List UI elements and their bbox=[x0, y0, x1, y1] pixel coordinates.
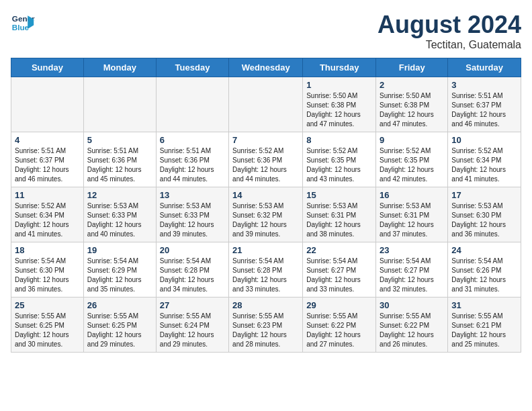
day-number: 24 bbox=[451, 245, 517, 255]
week-row-4: 18Sunrise: 5:54 AM Sunset: 6:30 PM Dayli… bbox=[11, 242, 521, 298]
logo-icon: General Blue bbox=[11, 11, 35, 35]
calendar-table: SundayMondayTuesdayWednesdayThursdayFrid… bbox=[11, 58, 521, 353]
day-number: 10 bbox=[451, 135, 517, 145]
day-info: Sunrise: 5:50 AM Sunset: 6:38 PM Dayligh… bbox=[306, 91, 372, 129]
header-cell-friday: Friday bbox=[376, 58, 448, 77]
day-number: 30 bbox=[380, 300, 444, 310]
week-row-2: 4Sunrise: 5:51 AM Sunset: 6:37 PM Daylig… bbox=[11, 132, 521, 187]
calendar-cell: 16Sunrise: 5:53 AM Sunset: 6:31 PM Dayli… bbox=[376, 187, 448, 242]
header-cell-tuesday: Tuesday bbox=[156, 58, 228, 77]
day-info: Sunrise: 5:51 AM Sunset: 6:36 PM Dayligh… bbox=[87, 146, 152, 184]
main-title: August 2024 bbox=[378, 11, 521, 39]
header-cell-monday: Monday bbox=[83, 58, 156, 77]
day-number: 1 bbox=[306, 80, 372, 90]
day-number: 7 bbox=[232, 135, 299, 145]
logo: General Blue bbox=[11, 11, 35, 35]
day-number: 16 bbox=[380, 190, 444, 200]
day-info: Sunrise: 5:52 AM Sunset: 6:36 PM Dayligh… bbox=[232, 146, 299, 184]
calendar-cell bbox=[156, 77, 228, 132]
calendar-cell: 17Sunrise: 5:53 AM Sunset: 6:30 PM Dayli… bbox=[448, 187, 521, 242]
day-number: 20 bbox=[160, 245, 225, 255]
calendar-cell bbox=[83, 77, 156, 132]
calendar-cell: 30Sunrise: 5:55 AM Sunset: 6:22 PM Dayli… bbox=[376, 298, 448, 353]
day-info: Sunrise: 5:53 AM Sunset: 6:33 PM Dayligh… bbox=[160, 201, 225, 239]
calendar-cell bbox=[229, 77, 303, 132]
title-area: August 2024 Tectitan, Guatemala bbox=[378, 11, 521, 51]
day-info: Sunrise: 5:50 AM Sunset: 6:38 PM Dayligh… bbox=[380, 91, 444, 129]
day-info: Sunrise: 5:53 AM Sunset: 6:31 PM Dayligh… bbox=[380, 201, 444, 239]
calendar-cell: 23Sunrise: 5:54 AM Sunset: 6:27 PM Dayli… bbox=[376, 242, 448, 298]
day-info: Sunrise: 5:55 AM Sunset: 6:25 PM Dayligh… bbox=[15, 312, 80, 349]
calendar-cell: 1Sunrise: 5:50 AM Sunset: 6:38 PM Daylig… bbox=[303, 77, 376, 132]
calendar-cell: 8Sunrise: 5:52 AM Sunset: 6:35 PM Daylig… bbox=[303, 132, 376, 187]
day-info: Sunrise: 5:55 AM Sunset: 6:22 PM Dayligh… bbox=[380, 312, 444, 349]
header: General Blue August 2024 Tectitan, Guate… bbox=[11, 11, 521, 51]
calendar-cell: 22Sunrise: 5:54 AM Sunset: 6:27 PM Dayli… bbox=[303, 242, 376, 298]
calendar-cell: 4Sunrise: 5:51 AM Sunset: 6:37 PM Daylig… bbox=[11, 132, 84, 187]
day-number: 14 bbox=[232, 190, 299, 200]
calendar-cell: 29Sunrise: 5:55 AM Sunset: 6:22 PM Dayli… bbox=[303, 298, 376, 353]
day-info: Sunrise: 5:55 AM Sunset: 6:22 PM Dayligh… bbox=[306, 312, 372, 349]
day-number: 4 bbox=[15, 135, 80, 145]
day-number: 21 bbox=[232, 245, 299, 255]
day-info: Sunrise: 5:51 AM Sunset: 6:37 PM Dayligh… bbox=[15, 146, 80, 184]
day-number: 8 bbox=[306, 135, 372, 145]
day-number: 11 bbox=[15, 190, 80, 200]
day-info: Sunrise: 5:54 AM Sunset: 6:27 PM Dayligh… bbox=[306, 257, 372, 294]
calendar-body: 1Sunrise: 5:50 AM Sunset: 6:38 PM Daylig… bbox=[11, 77, 521, 353]
day-number: 13 bbox=[160, 190, 225, 200]
header-row: SundayMondayTuesdayWednesdayThursdayFrid… bbox=[11, 58, 521, 77]
day-info: Sunrise: 5:52 AM Sunset: 6:34 PM Dayligh… bbox=[451, 146, 517, 184]
day-number: 23 bbox=[380, 245, 444, 255]
calendar-cell: 26Sunrise: 5:55 AM Sunset: 6:25 PM Dayli… bbox=[83, 298, 156, 353]
calendar-cell: 7Sunrise: 5:52 AM Sunset: 6:36 PM Daylig… bbox=[229, 132, 303, 187]
calendar-cell: 19Sunrise: 5:54 AM Sunset: 6:29 PM Dayli… bbox=[83, 242, 156, 298]
calendar-cell: 6Sunrise: 5:51 AM Sunset: 6:36 PM Daylig… bbox=[156, 132, 228, 187]
day-number: 26 bbox=[87, 300, 152, 310]
day-number: 25 bbox=[15, 300, 80, 310]
svg-text:Blue: Blue bbox=[12, 23, 30, 32]
day-info: Sunrise: 5:55 AM Sunset: 6:23 PM Dayligh… bbox=[232, 312, 299, 349]
day-info: Sunrise: 5:54 AM Sunset: 6:26 PM Dayligh… bbox=[451, 257, 517, 294]
calendar-cell: 24Sunrise: 5:54 AM Sunset: 6:26 PM Dayli… bbox=[448, 242, 521, 298]
day-info: Sunrise: 5:53 AM Sunset: 6:30 PM Dayligh… bbox=[451, 201, 517, 239]
day-number: 3 bbox=[451, 80, 517, 90]
day-info: Sunrise: 5:52 AM Sunset: 6:35 PM Dayligh… bbox=[380, 146, 444, 184]
day-info: Sunrise: 5:51 AM Sunset: 6:37 PM Dayligh… bbox=[451, 91, 517, 129]
calendar-cell: 12Sunrise: 5:53 AM Sunset: 6:33 PM Dayli… bbox=[83, 187, 156, 242]
day-info: Sunrise: 5:53 AM Sunset: 6:32 PM Dayligh… bbox=[232, 201, 299, 239]
day-number: 15 bbox=[306, 190, 372, 200]
day-info: Sunrise: 5:55 AM Sunset: 6:24 PM Dayligh… bbox=[160, 312, 225, 349]
calendar-cell: 2Sunrise: 5:50 AM Sunset: 6:38 PM Daylig… bbox=[376, 77, 448, 132]
calendar-cell: 21Sunrise: 5:54 AM Sunset: 6:28 PM Dayli… bbox=[229, 242, 303, 298]
day-number: 29 bbox=[306, 300, 372, 310]
day-number: 12 bbox=[87, 190, 152, 200]
day-number: 2 bbox=[380, 80, 444, 90]
calendar-cell: 27Sunrise: 5:55 AM Sunset: 6:24 PM Dayli… bbox=[156, 298, 228, 353]
week-row-1: 1Sunrise: 5:50 AM Sunset: 6:38 PM Daylig… bbox=[11, 77, 521, 132]
calendar-cell: 5Sunrise: 5:51 AM Sunset: 6:36 PM Daylig… bbox=[83, 132, 156, 187]
calendar-cell: 18Sunrise: 5:54 AM Sunset: 6:30 PM Dayli… bbox=[11, 242, 84, 298]
day-info: Sunrise: 5:54 AM Sunset: 6:28 PM Dayligh… bbox=[160, 257, 225, 294]
header-cell-wednesday: Wednesday bbox=[229, 58, 303, 77]
day-info: Sunrise: 5:53 AM Sunset: 6:31 PM Dayligh… bbox=[306, 201, 372, 239]
day-info: Sunrise: 5:52 AM Sunset: 6:34 PM Dayligh… bbox=[15, 201, 80, 239]
day-info: Sunrise: 5:54 AM Sunset: 6:30 PM Dayligh… bbox=[15, 257, 80, 294]
calendar-cell: 10Sunrise: 5:52 AM Sunset: 6:34 PM Dayli… bbox=[448, 132, 521, 187]
calendar-cell: 9Sunrise: 5:52 AM Sunset: 6:35 PM Daylig… bbox=[376, 132, 448, 187]
day-number: 28 bbox=[232, 300, 299, 310]
day-info: Sunrise: 5:54 AM Sunset: 6:28 PM Dayligh… bbox=[232, 257, 299, 294]
calendar-cell: 28Sunrise: 5:55 AM Sunset: 6:23 PM Dayli… bbox=[229, 298, 303, 353]
calendar-header: SundayMondayTuesdayWednesdayThursdayFrid… bbox=[11, 58, 521, 77]
day-info: Sunrise: 5:53 AM Sunset: 6:33 PM Dayligh… bbox=[87, 201, 152, 239]
header-cell-thursday: Thursday bbox=[303, 58, 376, 77]
day-number: 31 bbox=[451, 300, 517, 310]
day-number: 27 bbox=[160, 300, 225, 310]
header-cell-saturday: Saturday bbox=[448, 58, 521, 77]
calendar-cell: 15Sunrise: 5:53 AM Sunset: 6:31 PM Dayli… bbox=[303, 187, 376, 242]
day-info: Sunrise: 5:55 AM Sunset: 6:21 PM Dayligh… bbox=[451, 312, 517, 349]
week-row-3: 11Sunrise: 5:52 AM Sunset: 6:34 PM Dayli… bbox=[11, 187, 521, 242]
day-info: Sunrise: 5:54 AM Sunset: 6:27 PM Dayligh… bbox=[380, 257, 444, 294]
header-cell-sunday: Sunday bbox=[11, 58, 84, 77]
day-info: Sunrise: 5:55 AM Sunset: 6:25 PM Dayligh… bbox=[87, 312, 152, 349]
